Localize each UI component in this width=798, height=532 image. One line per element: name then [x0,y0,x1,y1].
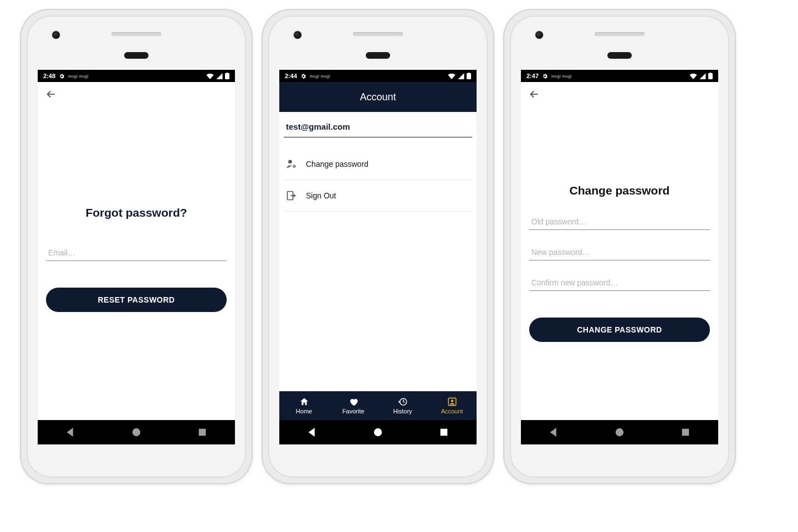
svg-point-7 [293,166,295,167]
svg-rect-14 [708,73,713,79]
android-nav-bar [279,420,477,444]
front-camera [52,31,60,39]
battery-icon [225,73,229,79]
phone-top [510,16,729,65]
change-password-heading: Change password [525,184,714,197]
heart-icon [349,397,359,407]
row-label: Sign Out [306,191,336,200]
svg-point-2 [132,428,140,436]
sensor-cutout [366,52,390,59]
status-right [448,73,471,79]
app-bar [38,82,235,106]
new-password-field[interactable] [529,244,710,260]
wifi-icon [448,73,456,79]
svg-rect-4 [467,73,471,79]
stage: 2:48 mogi mogi [0,0,798,532]
status-right [689,73,713,79]
svg-point-16 [616,428,623,436]
tab-label: History [393,408,412,415]
sign-out-row[interactable]: Sign Out [284,180,472,212]
change-password-button[interactable]: CHANGE PASSWORD [529,318,710,342]
battery-icon [467,73,471,79]
status-extra: mogi mogi [310,74,330,78]
sign-out-icon [286,190,297,201]
status-time: 2:44 [285,73,297,79]
history-icon [398,397,408,407]
status-right [206,73,229,79]
back-button[interactable] [43,86,59,102]
earpiece-speaker [353,32,403,36]
earpiece-speaker [111,32,161,36]
forgot-password-heading: Forgot password? [42,206,231,219]
status-bar: 2:48 mogi mogi [38,70,235,82]
nav-back-button[interactable] [64,426,76,438]
tab-favorite[interactable]: Favorite [329,391,378,420]
password-fields-group [525,214,714,291]
email-field[interactable] [46,245,227,261]
sensor-cutout [124,52,149,59]
app-bar [521,82,718,106]
screen: 2:47 mogi mogi [521,70,718,444]
back-button[interactable] [526,86,542,102]
nav-home-button[interactable] [613,426,626,438]
phone-forgot-password: 2:48 mogi mogi [20,9,253,484]
svg-point-12 [374,428,382,436]
front-camera [294,31,301,39]
confirm-password-field[interactable] [529,275,710,291]
svg-rect-0 [225,73,229,79]
status-time: 2:48 [43,73,55,79]
nav-home-button[interactable] [130,426,142,438]
tab-label: Favorite [342,408,365,415]
status-left: 2:47 mogi mogi [526,73,572,79]
android-nav-bar [38,420,235,444]
tab-label: Account [441,408,463,415]
tab-history[interactable]: History [378,391,427,420]
svg-rect-1 [227,73,228,74]
nav-home-button[interactable] [372,426,384,438]
nav-recent-button[interactable] [679,426,692,438]
status-time: 2:47 [526,73,539,79]
bottom-tab-bar: Home Favorite History [279,391,477,420]
account-email: test@gmail.com [284,112,472,137]
svg-rect-15 [710,73,712,74]
android-nav-bar [521,420,718,444]
person-gear-icon [286,158,297,170]
wifi-icon [689,73,697,79]
change-password-row[interactable]: Change password [284,149,472,180]
status-bar: 2:44 mogi mogi [279,70,477,82]
old-password-field[interactable] [529,214,710,230]
signal-icon [699,73,706,79]
status-left: 2:48 mogi mogi [43,73,89,79]
wifi-icon [206,73,214,79]
nav-back-button[interactable] [548,426,560,438]
nav-back-button[interactable] [306,426,318,438]
phone-bezel: 2:47 mogi mogi [510,16,729,478]
svg-rect-13 [440,429,447,436]
phone-account: 2:44 mogi mogi [262,9,494,484]
tab-label: Home [296,408,312,415]
front-camera [535,31,543,39]
signal-icon [458,73,464,79]
status-bar: 2:47 mogi mogi [521,70,718,82]
earpiece-speaker [595,32,644,36]
row-label: Change password [306,160,369,168]
reset-password-button[interactable]: RESET PASSWORD [46,288,227,312]
nav-recent-button[interactable] [196,426,208,438]
signal-icon [216,73,223,79]
phone-top [27,16,246,65]
tab-home[interactable]: Home [279,391,329,420]
settings-icon [542,73,548,79]
battery-icon [708,73,713,79]
account-icon [447,397,457,407]
svg-point-6 [288,160,292,164]
settings-icon [59,73,65,79]
home-icon [299,397,309,407]
phone-change-password: 2:47 mogi mogi [503,9,736,484]
settings-icon [300,73,306,79]
nav-recent-button[interactable] [438,426,450,438]
tab-account[interactable]: Account [427,391,477,420]
screen: 2:44 mogi mogi [279,70,477,444]
svg-rect-17 [682,429,689,436]
phone-top [268,16,488,65]
svg-point-11 [451,400,453,402]
